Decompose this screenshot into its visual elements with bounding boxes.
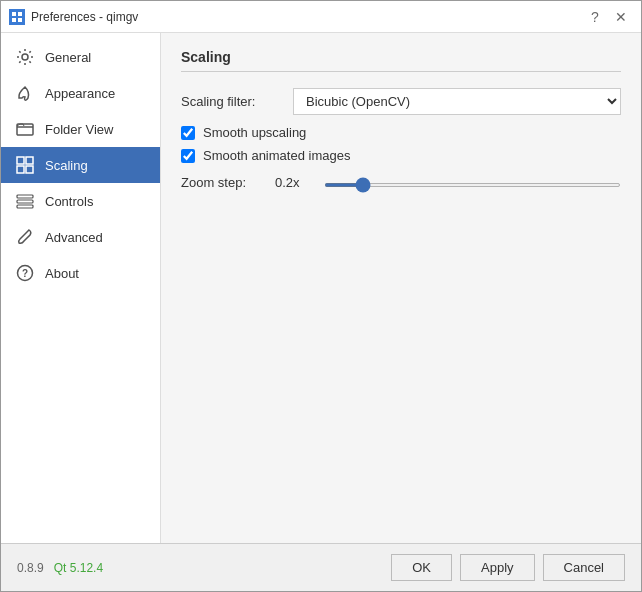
window-title: Preferences - qimgv	[31, 10, 583, 24]
window-controls: ? ✕	[583, 5, 633, 29]
scaling-icon	[15, 155, 35, 175]
sidebar-item-general[interactable]: General	[1, 39, 160, 75]
filter-row: Scaling filter: Nearest Bilinear Bicubic…	[181, 88, 621, 115]
zoom-step-label: Zoom step:	[181, 175, 261, 190]
svg-rect-4	[18, 18, 22, 22]
svg-rect-8	[26, 157, 33, 164]
sidebar-about-label: About	[45, 266, 79, 281]
main-panel: Scaling Scaling filter: Nearest Bilinear…	[161, 33, 641, 543]
about-icon: ?	[15, 263, 35, 283]
footer-buttons: OK Apply Cancel	[391, 554, 625, 581]
svg-rect-13	[17, 205, 33, 208]
section-title: Scaling	[181, 49, 621, 72]
sidebar-item-about[interactable]: ? About	[1, 255, 160, 291]
app-version: 0.8.9	[17, 561, 44, 575]
footer-version-area: 0.8.9 Qt 5.12.4	[17, 561, 391, 575]
smooth-animated-label: Smooth animated images	[203, 148, 350, 163]
sidebar-item-appearance[interactable]: Appearance	[1, 75, 160, 111]
svg-rect-10	[26, 166, 33, 173]
svg-rect-2	[18, 12, 22, 16]
sidebar-general-label: General	[45, 50, 91, 65]
sidebar-item-scaling[interactable]: Scaling	[1, 147, 160, 183]
zoom-step-value: 0.2x	[275, 175, 310, 190]
svg-rect-3	[12, 18, 16, 22]
zoom-step-row: Zoom step: 0.2x	[181, 175, 621, 190]
cancel-button[interactable]: Cancel	[543, 554, 625, 581]
smooth-animated-row: Smooth animated images	[181, 148, 621, 163]
sidebar-folder-label: Folder View	[45, 122, 113, 137]
sidebar: General Appearance Folder View	[1, 33, 161, 543]
qt-version: Qt 5.12.4	[54, 561, 103, 575]
svg-rect-7	[17, 157, 24, 164]
preferences-window: Preferences - qimgv ? ✕ General Appearan…	[0, 0, 642, 592]
close-button[interactable]: ✕	[609, 5, 633, 29]
folder-icon	[15, 119, 35, 139]
svg-rect-6	[17, 124, 33, 135]
ok-button[interactable]: OK	[391, 554, 452, 581]
smooth-upscaling-label: Smooth upscaling	[203, 125, 306, 140]
smooth-upscaling-row: Smooth upscaling	[181, 125, 621, 140]
controls-icon	[15, 191, 35, 211]
smooth-upscaling-checkbox[interactable]	[181, 126, 195, 140]
sidebar-scaling-label: Scaling	[45, 158, 88, 173]
sidebar-advanced-label: Advanced	[45, 230, 103, 245]
sidebar-item-folder-view[interactable]: Folder View	[1, 111, 160, 147]
svg-rect-12	[17, 200, 33, 203]
appearance-icon	[15, 83, 35, 103]
svg-text:?: ?	[22, 268, 28, 279]
zoom-step-slider[interactable]	[324, 183, 621, 187]
svg-point-5	[22, 54, 28, 60]
window-content: General Appearance Folder View	[1, 33, 641, 543]
sidebar-item-controls[interactable]: Controls	[1, 183, 160, 219]
gear-icon	[15, 47, 35, 67]
help-button[interactable]: ?	[583, 5, 607, 29]
titlebar: Preferences - qimgv ? ✕	[1, 1, 641, 33]
sidebar-item-advanced[interactable]: Advanced	[1, 219, 160, 255]
smooth-animated-checkbox[interactable]	[181, 149, 195, 163]
wrench-icon	[15, 227, 35, 247]
app-icon	[9, 9, 25, 25]
filter-label: Scaling filter:	[181, 94, 281, 109]
sidebar-controls-label: Controls	[45, 194, 93, 209]
sidebar-appearance-label: Appearance	[45, 86, 115, 101]
zoom-step-slider-container	[324, 175, 621, 190]
filter-dropdown-wrapper: Nearest Bilinear Bicubic (OpenCV) Lanczo…	[293, 88, 621, 115]
svg-rect-9	[17, 166, 24, 173]
footer: 0.8.9 Qt 5.12.4 OK Apply Cancel	[1, 543, 641, 591]
filter-dropdown[interactable]: Nearest Bilinear Bicubic (OpenCV) Lanczo…	[293, 88, 621, 115]
apply-button[interactable]: Apply	[460, 554, 535, 581]
svg-rect-1	[12, 12, 16, 16]
svg-rect-11	[17, 195, 33, 198]
